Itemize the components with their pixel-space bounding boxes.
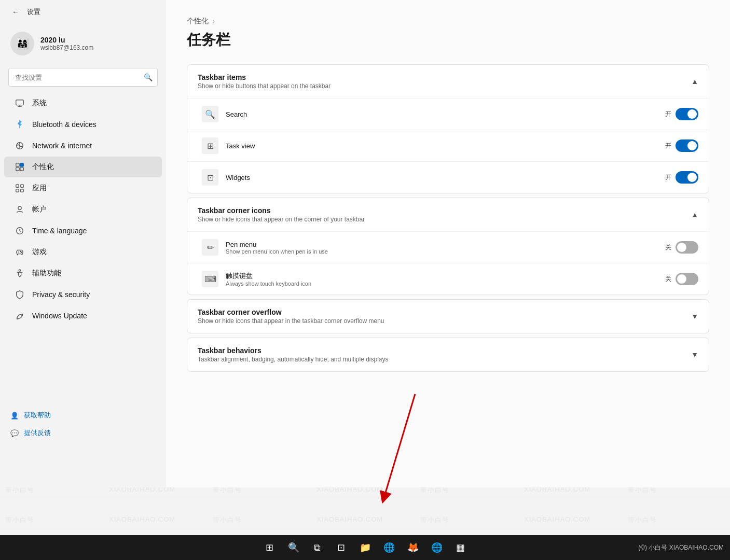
taskbar-icon-widgets-tb[interactable]: ⊡ (331, 537, 352, 558)
section-title-taskbar-corner-overflow: Taskbar corner overflow (198, 308, 384, 316)
section-subtitle-taskbar-behaviors: Taskbar alignment, badging, automaticall… (198, 356, 389, 363)
sidebar-item-personalization[interactable]: 个性化 (4, 157, 162, 177)
sidebar-item-label-bluetooth: Bluetooth & devices (32, 120, 97, 129)
apps-icon (15, 183, 25, 193)
section-taskbar-corner-icons: Taskbar corner icons Show or hide icons … (187, 198, 709, 295)
user-profile[interactable]: 👨‍👩‍👧 2020 lu wslbb87@163.com (0, 23, 166, 64)
taskbar-icon-browser2-tb[interactable]: 🦊 (403, 537, 423, 558)
svg-rect-8 (20, 167, 23, 171)
setting-info-search: Search (226, 110, 658, 118)
toggle-search[interactable] (676, 108, 698, 120)
setting-name-search: Search (226, 110, 658, 118)
network-icon (15, 141, 25, 151)
nav-container: 系统 Bluetooth & devices Network & interne… (0, 93, 166, 326)
section-subtitle-taskbar-items: Show or hide buttons that appear on the … (198, 82, 330, 90)
setting-info-task-view: Task view (226, 142, 658, 150)
setting-name-task-view: Task view (226, 142, 658, 150)
toggle-widgets[interactable] (676, 171, 698, 184)
taskbar-icon-start[interactable]: ⊞ (259, 537, 280, 558)
sidebar-item-time[interactable]: Time & language (4, 220, 162, 241)
sidebar-item-label-apps: 应用 (32, 184, 47, 193)
taskbar-icon-explorer-tb[interactable]: 📁 (355, 537, 376, 558)
toggle-touch-keyboard[interactable] (676, 273, 698, 285)
setting-icon-pen-menu: ✏ (202, 239, 218, 256)
search-input[interactable] (8, 68, 158, 87)
svg-rect-5 (16, 163, 19, 166)
toggle-thumb-task-view (687, 141, 697, 150)
svg-rect-10 (21, 185, 23, 187)
taskbar: ⊞🔍⧉⊡📁🌐🦊🌐▦ (©) 小白号 XIAOBAIHAO.COM (0, 535, 730, 560)
section-header-left: Taskbar behaviors Taskbar alignment, bad… (198, 346, 389, 363)
main-content: 个性化 › 任务栏 Taskbar items Show or hide but… (166, 0, 730, 487)
sidebar-item-privacy[interactable]: Privacy & security (4, 284, 162, 305)
section-header-taskbar-items[interactable]: Taskbar items Show or hide buttons that … (187, 65, 709, 98)
toggle-thumb-widgets (687, 173, 697, 182)
setting-desc-touch-keyboard: Always show touch keyboard icon (226, 281, 658, 287)
svg-rect-12 (21, 189, 23, 192)
sidebar-item-update[interactable]: Windows Update (4, 305, 162, 326)
back-button[interactable]: ← (8, 5, 23, 19)
feedback-icon: 💬 (10, 429, 19, 437)
help-link[interactable]: 👤 获取帮助 (10, 407, 156, 424)
section-taskbar-corner-overflow: Taskbar corner overflow Show or hide ico… (187, 299, 709, 333)
sidebar-item-gaming[interactable]: 游戏 (4, 242, 162, 262)
svg-point-13 (18, 206, 21, 209)
setting-row-widgets: ⊡ Widgets 开 (187, 161, 709, 193)
taskbar-icon-browser3-tb[interactable]: 🌐 (426, 537, 447, 558)
section-header-taskbar-corner-overflow[interactable]: Taskbar corner overflow Show or hide ico… (187, 300, 709, 333)
user-info: 2020 lu wslbb87@163.com (40, 36, 93, 51)
sidebar-item-label-gaming: 游戏 (32, 247, 47, 257)
setting-toggle-right-touch-keyboard: 关 (665, 273, 698, 285)
setting-icon-search: 🔍 (202, 106, 218, 122)
breadcrumb-parent[interactable]: 个性化 (187, 17, 209, 26)
svg-rect-0 (16, 100, 23, 105)
sidebar-item-label-personalization: 个性化 (32, 162, 54, 172)
toggle-label-pen-menu: 关 (665, 243, 671, 252)
taskbar-icon-apps-tb[interactable]: ▦ (450, 537, 471, 558)
taskbar-icon-search-tb[interactable]: 🔍 (283, 537, 304, 558)
svg-point-19 (19, 270, 21, 272)
feedback-label: 提供反馈 (24, 428, 51, 438)
setting-toggle-right-search: 开 (665, 108, 698, 120)
setting-info-touch-keyboard: 触摸键盘 Always show touch keyboard icon (226, 271, 658, 287)
svg-rect-9 (16, 185, 19, 187)
setting-row-task-view: ⊞ Task view 开 (187, 130, 709, 161)
sidebar-item-accessibility[interactable]: 辅助功能 (4, 263, 162, 284)
setting-name-widgets: Widgets (226, 174, 658, 181)
taskbar-icon-browser1-tb[interactable]: 🌐 (379, 537, 400, 558)
personalization-icon (15, 162, 25, 172)
sidebar-item-network[interactable]: Network & internet (4, 135, 162, 156)
gaming-icon (15, 247, 25, 257)
toggle-task-view[interactable] (676, 139, 698, 152)
taskbar-icon-taskview-tb[interactable]: ⧉ (307, 537, 328, 558)
help-label: 获取帮助 (24, 411, 51, 420)
toggle-label-widgets: 开 (665, 173, 671, 182)
feedback-link[interactable]: 💬 提供反馈 (10, 424, 156, 442)
sidebar-item-bluetooth[interactable]: Bluetooth & devices (4, 114, 162, 135)
setting-desc-pen-menu: Show pen menu icon when pen is in use (226, 248, 658, 255)
toggle-thumb-pen-menu (677, 243, 686, 252)
time-icon (15, 226, 25, 236)
toggle-thumb-search (687, 109, 697, 119)
user-email: wslbb87@163.com (40, 44, 93, 51)
privacy-icon (15, 289, 25, 300)
toggle-thumb-touch-keyboard (677, 274, 686, 284)
section-taskbar-items: Taskbar items Show or hide buttons that … (187, 64, 709, 193)
search-icon: 🔍 (144, 73, 153, 81)
toggle-label-task-view: 开 (665, 142, 671, 150)
svg-rect-11 (16, 189, 19, 192)
setting-info-pen-menu: Pen menu Show pen menu icon when pen is … (226, 241, 658, 255)
section-header-taskbar-corner-icons[interactable]: Taskbar corner icons Show or hide icons … (187, 198, 709, 231)
accessibility-icon (15, 268, 25, 278)
sidebar-item-apps[interactable]: 应用 (4, 178, 162, 199)
sidebar-item-accounts[interactable]: 帐户 (4, 199, 162, 220)
search-box: 🔍 (8, 68, 158, 87)
sidebar-item-system[interactable]: 系统 (4, 93, 162, 114)
section-header-taskbar-behaviors[interactable]: Taskbar behaviors Taskbar alignment, bad… (187, 338, 709, 371)
user-name: 2020 lu (40, 36, 93, 44)
sections-container: Taskbar items Show or hide buttons that … (187, 64, 709, 372)
breadcrumb-separator: › (213, 18, 215, 25)
svg-rect-6 (20, 163, 23, 166)
section-subtitle-taskbar-corner-icons: Show or hide icons that appear on the co… (198, 216, 365, 223)
toggle-pen-menu[interactable] (676, 241, 698, 254)
